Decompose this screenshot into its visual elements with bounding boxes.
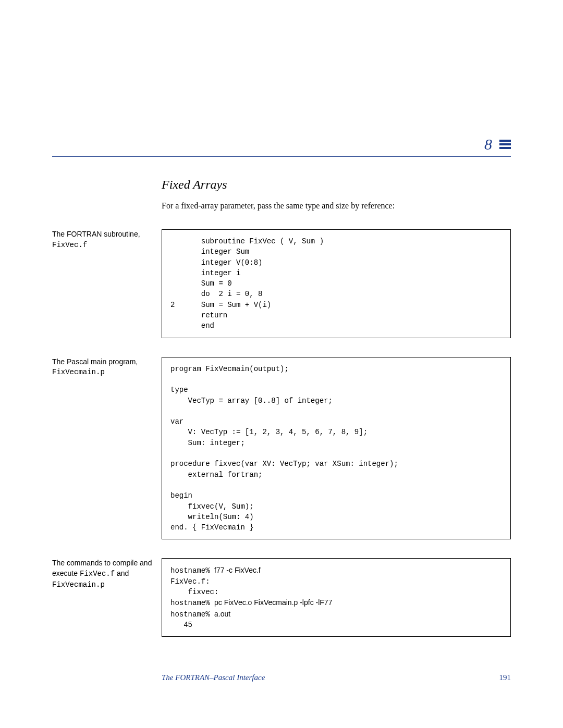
caption-fortran: The FORTRAN subroutine, FixVec.f <box>52 229 162 250</box>
code-block-pascal: The Pascal main program, FixVecmain.p pr… <box>52 357 511 540</box>
chapter-header: 8 <box>52 135 511 157</box>
command: pc FixVec.o FixVecmain.p -lpfc -lF77 <box>214 598 332 607</box>
caption-pascal: The Pascal main program, FixVecmain.p <box>52 357 162 378</box>
command: a.out <box>214 610 230 618</box>
footer-title: The FORTRAN–Pascal Interface <box>162 673 265 682</box>
output-line: fixvec: <box>170 588 218 596</box>
prompt: hostname% <box>170 566 214 575</box>
codebox-commands: hostname% f77 -c FixVec.f FixVec.f: fixv… <box>162 558 511 637</box>
caption-filename: FixVec.f <box>52 241 87 249</box>
caption-text: The FORTRAN subroutine, <box>52 230 140 238</box>
footer-page-number: 191 <box>499 673 511 682</box>
codebox-pascal: program FixVecmain(output); type VecTyp … <box>162 357 511 540</box>
caption-filename: FixVecmain.p <box>52 368 105 376</box>
code-block-fortran: The FORTRAN subroutine, FixVec.f subrout… <box>52 229 511 338</box>
caption-line-prefix: execute <box>52 569 80 577</box>
section-title: Fixed Arrays <box>162 178 511 192</box>
caption-commands: The commands to compile and execute FixV… <box>52 558 162 590</box>
caption-filename: FixVecmain.p <box>52 581 105 589</box>
prompt: hostname% <box>170 599 214 607</box>
output-line: FixVec.f: <box>170 577 210 586</box>
output-line: 45 <box>170 621 192 629</box>
command: f77 -c FixVec.f <box>214 566 261 574</box>
caption-filename: FixVec.f <box>80 570 115 578</box>
caption-text: The Pascal main program, <box>52 357 138 366</box>
caption-line-suffix: and <box>115 569 129 577</box>
code-block-commands: The commands to compile and execute FixV… <box>52 558 511 637</box>
codebox-fortran: subroutine FixVec ( V, Sum ) integer Sum… <box>162 229 511 338</box>
menu-bars-icon <box>499 140 511 149</box>
chapter-number: 8 <box>484 135 492 153</box>
content-column: Fixed Arrays For a fixed-array parameter… <box>162 178 511 211</box>
page: 8 Fixed Arrays For a fixed-array paramet… <box>0 0 563 713</box>
caption-line: The commands to compile and <box>52 559 152 567</box>
intro-paragraph: For a fixed-array parameter, pass the sa… <box>162 201 511 211</box>
prompt: hostname% <box>170 610 214 619</box>
page-footer: The FORTRAN–Pascal Interface 191 <box>162 673 511 682</box>
